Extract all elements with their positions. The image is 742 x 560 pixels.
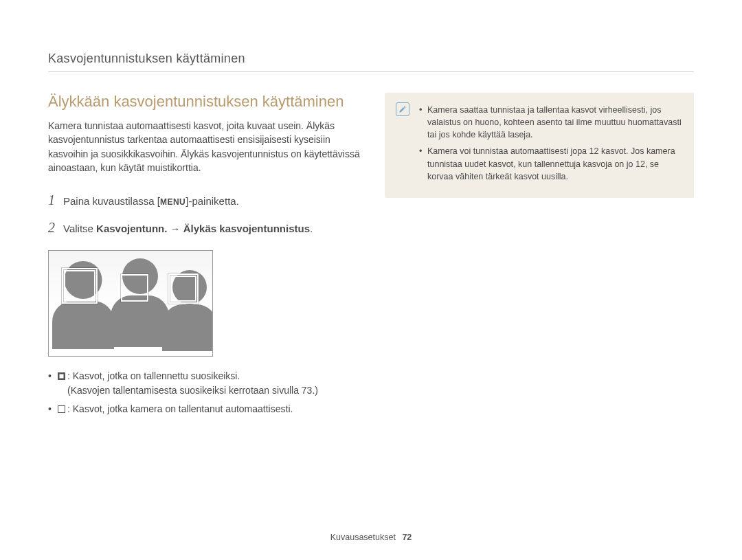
intro-paragraph: Kamera tunnistaa automaattisesti kasvot,… xyxy=(48,119,361,175)
header-divider xyxy=(48,71,694,72)
step-number: 1 xyxy=(48,190,55,210)
step-2: 2 Valitse Kasvojentunn. → Älykäs kasvoje… xyxy=(48,217,361,238)
footer-section-label: Kuvausasetukset xyxy=(330,533,396,542)
right-column: Kamera saattaa tunnistaa ja tallentaa ka… xyxy=(385,93,694,421)
left-column: Älykkään kasvojentunnistuksen käyttämine… xyxy=(48,93,361,421)
info-item: Kamera saattaa tunnistaa ja tallentaa ka… xyxy=(419,104,682,141)
section-heading: Älykkään kasvojentunnistuksen käyttämine… xyxy=(48,93,361,111)
menu-button-label: MENU xyxy=(160,196,186,208)
step-bold: Kasvojentunn. → Älykäs kasvojentunnistus xyxy=(96,223,310,234)
face-frame xyxy=(121,274,148,302)
footer-page-number: 72 xyxy=(402,533,412,542)
step-1: 1 Paina kuvaustilassa [MENU]-painiketta. xyxy=(48,190,361,210)
double-frame-icon xyxy=(58,372,65,380)
legend-item: : Kasvot, jotka on tallennettu suosikeik… xyxy=(48,369,361,398)
info-note-box: Kamera saattaa tunnistaa ja tallentaa ka… xyxy=(385,93,694,198)
face-frame xyxy=(170,276,196,302)
face-detection-illustration xyxy=(48,250,213,357)
single-frame-icon xyxy=(58,405,65,413)
header-section-title: Kasvojentunnistuksen käyttäminen xyxy=(48,52,694,66)
step-text: Paina kuvaustilassa [MENU]-painiketta. xyxy=(63,194,239,210)
info-list: Kamera saattaa tunnistaa ja tallentaa ka… xyxy=(419,104,682,183)
legend-notes: : Kasvot, jotka on tallennettu suosikeik… xyxy=(48,369,361,416)
page-footer: Kuvausasetukset 72 xyxy=(0,533,742,542)
legend-item: : Kasvot, jotka kamera on tallentanut au… xyxy=(48,402,361,416)
step-text: Valitse Kasvojentunn. → Älykäs kasvojent… xyxy=(63,221,313,237)
legend-subtext: (Kasvojen tallentamisesta suosikeiksi ke… xyxy=(58,383,361,398)
manual-page: Kasvojentunnistuksen käyttäminen Älykkää… xyxy=(0,0,742,421)
face-frame xyxy=(64,270,95,302)
content-columns: Älykkään kasvojentunnistuksen käyttämine… xyxy=(48,93,694,421)
info-item: Kamera voi tunnistaa automaattisesti jop… xyxy=(419,145,682,182)
note-pencil-icon xyxy=(396,102,409,116)
step-number: 2 xyxy=(48,217,55,238)
